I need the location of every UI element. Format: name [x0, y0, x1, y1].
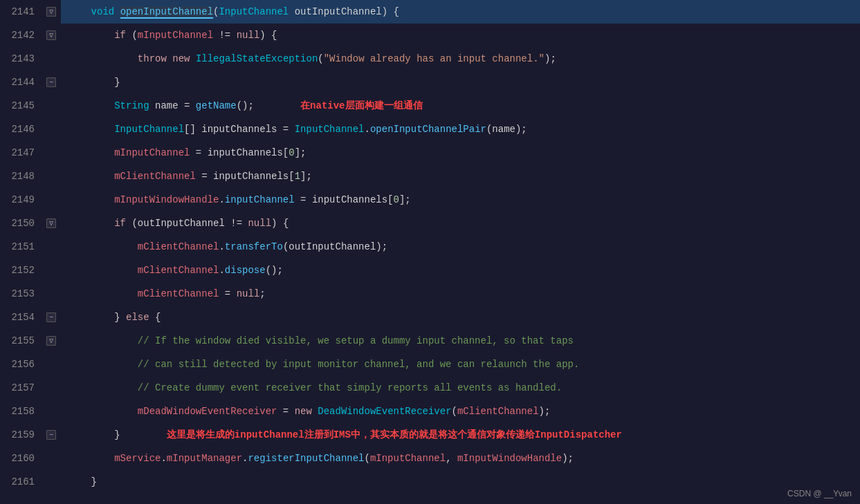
- line-number: 2155: [0, 329, 42, 353]
- code-content: InputChannel[] inputChannels = InputChan…: [61, 118, 860, 141]
- gutter[interactable]: ▽: [42, 0, 61, 24]
- line-number: 2143: [0, 47, 42, 71]
- line-number: 2149: [0, 188, 42, 212]
- code-content: mDeadWindowEventReceiver = new DeadWindo…: [61, 400, 860, 423]
- code-content: mInputWindowHandle.inputChannel = inputC…: [61, 188, 860, 212]
- code-line-2149: 2149 mInputWindowHandle.inputChannel = i…: [0, 188, 860, 212]
- fold-icon[interactable]: ▽: [46, 336, 56, 346]
- code-line-2160: 2160 mService.mInputManager.registerInpu…: [0, 447, 860, 470]
- gutter: [42, 47, 61, 71]
- code-content: mClientChannel = inputChannels[1];: [61, 165, 860, 188]
- code-line-2146: 2146 InputChannel[] inputChannels = Inpu…: [0, 118, 860, 141]
- code-line-2153: 2153 mClientChannel = null;: [0, 282, 860, 306]
- gutter[interactable]: ▽: [42, 329, 61, 353]
- gutter[interactable]: −: [42, 306, 61, 329]
- gutter: [42, 447, 61, 470]
- gutter: [42, 165, 61, 188]
- code-content: if (outInputChannel != null) {: [61, 212, 860, 235]
- line-number: 2144: [0, 71, 42, 94]
- code-content: // If the window died visible, we setup …: [61, 329, 860, 353]
- code-line-2143: 2143 throw new IllegalStateException("Wi…: [0, 47, 860, 71]
- gutter: [42, 400, 61, 423]
- line-number: 2145: [0, 94, 42, 118]
- fold-icon[interactable]: −: [46, 312, 56, 322]
- line-number: 2159: [0, 423, 42, 447]
- gutter[interactable]: −: [42, 423, 61, 447]
- code-content: // Create dummy event receiver that simp…: [61, 376, 860, 400]
- gutter: [42, 353, 61, 376]
- code-content: mInputChannel = inputChannels[0];: [61, 141, 860, 165]
- code-content: mClientChannel.transferTo(outInputChanne…: [61, 235, 860, 259]
- gutter: [42, 141, 61, 165]
- line-number: 2148: [0, 165, 42, 188]
- code-editor: 2141 ▽ void openInputChannel(InputChanne…: [0, 0, 860, 504]
- code-content: // can still detected by input monitor c…: [61, 353, 860, 376]
- code-content: } 这里是将生成的inputChannel注册到IMS中，其实本质的就是将这个通…: [61, 423, 860, 447]
- line-number: 2146: [0, 118, 42, 141]
- fold-icon[interactable]: −: [46, 430, 56, 440]
- code-line-2151: 2151 mClientChannel.transferTo(outInputC…: [0, 235, 860, 259]
- line-number: 2150: [0, 212, 42, 235]
- code-line-2141: 2141 ▽ void openInputChannel(InputChanne…: [0, 0, 860, 24]
- line-number: 2161: [0, 470, 42, 494]
- code-line-2156: 2156 // can still detected by input moni…: [0, 353, 860, 376]
- code-content: mClientChannel = null;: [61, 282, 860, 306]
- code-line-2144: 2144 − }: [0, 71, 860, 94]
- fold-icon[interactable]: ▽: [46, 218, 56, 228]
- gutter[interactable]: ▽: [42, 212, 61, 235]
- code-line-2150: 2150 ▽ if (outInputChannel != null) {: [0, 212, 860, 235]
- code-content: void openInputChannel(InputChannel outIn…: [61, 0, 860, 24]
- line-number: 2157: [0, 376, 42, 400]
- code-content: } else {: [61, 306, 860, 329]
- code-line-2158: 2158 mDeadWindowEventReceiver = new Dead…: [0, 400, 860, 423]
- line-number: 2147: [0, 141, 42, 165]
- line-number: 2142: [0, 24, 42, 47]
- fold-icon[interactable]: −: [46, 77, 56, 87]
- code-line-2152: 2152 mClientChannel.dispose();: [0, 259, 860, 282]
- gutter: [42, 259, 61, 282]
- code-line-2157: 2157 // Create dummy event receiver that…: [0, 376, 860, 400]
- line-number: 2154: [0, 306, 42, 329]
- line-number: 2156: [0, 353, 42, 376]
- fold-icon[interactable]: ▽: [46, 7, 56, 17]
- code-line-2155: 2155 ▽ // If the window died visible, we…: [0, 329, 860, 353]
- line-number: 2160: [0, 447, 42, 470]
- gutter[interactable]: −: [42, 71, 61, 94]
- code-line-2161: 2161 }: [0, 470, 860, 494]
- annotation-register: 这里是将生成的inputChannel注册到IMS中，其实本质的就是将这个通信对…: [167, 429, 622, 440]
- code-line-2154: 2154 − } else {: [0, 306, 860, 329]
- code-content: }: [61, 470, 860, 494]
- line-number: 2152: [0, 259, 42, 282]
- code-line-2147: 2147 mInputChannel = inputChannels[0];: [0, 141, 860, 165]
- gutter: [42, 282, 61, 306]
- line-number: 2141: [0, 0, 42, 24]
- line-number: 2153: [0, 282, 42, 306]
- line-number: 2151: [0, 235, 42, 259]
- code-content: }: [61, 71, 860, 94]
- code-line-2142: 2142 ▽ if (mInputChannel != null) {: [0, 24, 860, 47]
- code-content: mService.mInputManager.registerInputChan…: [61, 447, 860, 470]
- gutter: [42, 94, 61, 118]
- code-content: String name = getName(); 在native层面构建一组通信: [61, 94, 860, 118]
- fold-icon[interactable]: ▽: [46, 30, 56, 40]
- gutter: [42, 188, 61, 212]
- watermark: CSDN @ __Yvan: [787, 489, 852, 498]
- code-line-2159: 2159 − } 这里是将生成的inputChannel注册到IMS中，其实本质…: [0, 423, 860, 447]
- annotation-native: 在native层面构建一组通信: [300, 100, 422, 111]
- code-content: throw new IllegalStateException("Window …: [61, 47, 860, 71]
- gutter: [42, 235, 61, 259]
- code-content: mClientChannel.dispose();: [61, 259, 860, 282]
- gutter: [42, 470, 61, 494]
- gutter[interactable]: ▽: [42, 24, 61, 47]
- gutter: [42, 118, 61, 141]
- line-number: 2158: [0, 400, 42, 423]
- gutter: [42, 376, 61, 400]
- code-line-2145: 2145 String name = getName(); 在native层面构…: [0, 94, 860, 118]
- code-content: if (mInputChannel != null) {: [61, 24, 860, 47]
- code-line-2148: 2148 mClientChannel = inputChannels[1];: [0, 165, 860, 188]
